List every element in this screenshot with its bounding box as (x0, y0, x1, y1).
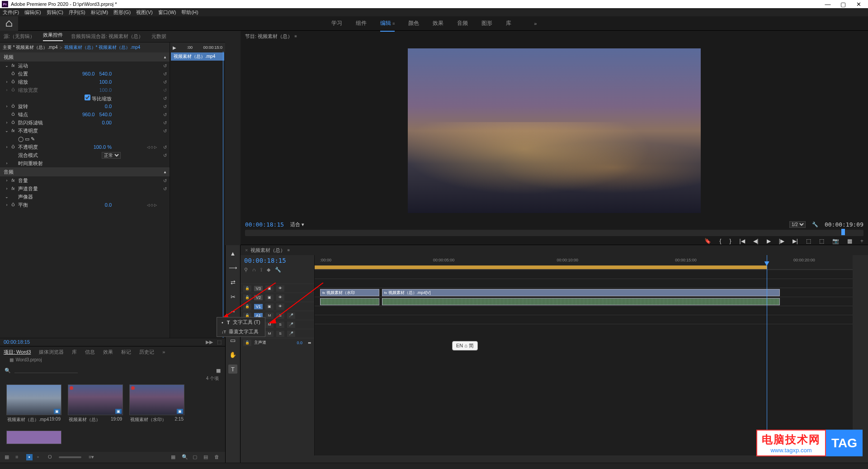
prop-opacity[interactable]: ›Ö不透明度100.0 %◁ ◇ ▷↺ (0, 143, 170, 151)
project-search[interactable] (14, 368, 78, 373)
menu-clip[interactable]: 剪辑(C) (47, 9, 63, 16)
razor-tool[interactable]: ✂ (228, 292, 237, 301)
freeform-icon[interactable]: ▫ (37, 454, 43, 460)
track-area-master[interactable] (315, 324, 853, 333)
add-marker-button[interactable]: 🔖 (704, 238, 711, 244)
fx-channel-volume[interactable]: ›fx声道音量↺ (0, 185, 170, 193)
type-tool[interactable]: T (228, 365, 237, 374)
track-area-v1[interactable]: fx 视频素材（水印 fx 视频素材（总）.mp4[V] (315, 288, 853, 297)
track-area-a3[interactable] (315, 315, 853, 324)
marker-icon-tool[interactable]: ⟟ (260, 267, 262, 273)
go-to-out-button[interactable]: ▶| (793, 238, 798, 244)
fx-opacity[interactable]: ⌄fx不透明度↺ (0, 127, 170, 135)
fx-volume[interactable]: ›fx音量↺ (0, 176, 170, 185)
list-view-icon[interactable]: ≡ (15, 454, 22, 460)
button-editor[interactable]: + (860, 238, 863, 244)
tab-audio-mixer[interactable]: 音频剪辑混合器: 视频素材（总） (71, 33, 143, 40)
go-to-in-button[interactable]: |◀ (739, 238, 745, 244)
timeline-footer[interactable] (241, 455, 868, 463)
sequence-name[interactable]: 视频素材（总） (250, 247, 285, 254)
uniform-scale-checkbox[interactable] (85, 95, 90, 100)
workspace-more[interactable]: » (534, 21, 537, 26)
menu-graphics[interactable]: 图形(G) (113, 9, 131, 16)
tab-more[interactable]: » (162, 349, 165, 355)
menu-sequence[interactable]: 序列(S) (69, 9, 85, 16)
track-area-v3[interactable] (315, 270, 853, 279)
workspace-libraries[interactable]: 库 (506, 19, 511, 27)
workspace-graphics[interactable]: 图形 (481, 19, 492, 27)
selection-tool[interactable]: ▲ (228, 249, 237, 258)
workspace-effects[interactable]: 效果 (433, 19, 443, 27)
prop-scale[interactable]: ›Ö缩放100.0↺ (0, 78, 170, 86)
lift-button[interactable]: ⬚ (806, 238, 811, 244)
export-frame-button[interactable]: 📷 (832, 238, 839, 244)
menu-help[interactable]: 帮助(H) (181, 9, 198, 16)
compare-button[interactable]: ▦ (847, 238, 852, 244)
prop-rotation[interactable]: ›Ö旋转0.0↺ (0, 102, 170, 110)
new-bin-icon[interactable]: ▢ (193, 454, 199, 460)
program-zoom[interactable]: 1/2 (789, 221, 806, 228)
workspace-color[interactable]: 颜色 (408, 19, 419, 27)
slip-tool[interactable]: ↔ (228, 307, 237, 316)
prop-blend-mode[interactable]: 混合模式正常↺ (0, 151, 170, 159)
track-v2[interactable]: 🔒V2▣👁 (241, 293, 314, 302)
minimize-button[interactable]: — (820, 1, 835, 8)
menu-file[interactable]: 文件(F) (3, 9, 19, 16)
program-timecode-left[interactable]: 00:00:18:15 (245, 221, 284, 228)
icon-view-icon[interactable]: ▪ (26, 454, 33, 460)
prop-balance[interactable]: ›Ö平衡0.0◁ ◇ ▷ (0, 201, 170, 209)
prop-uniform-scale[interactable]: 等比缩放↺ (0, 94, 170, 102)
mark-in-button[interactable]: { (719, 238, 721, 244)
linked-selection-icon[interactable]: ∩ (252, 267, 256, 273)
sort-icon[interactable]: O (48, 454, 54, 460)
timeline-ruler[interactable]: :00:00 00:00:05:00 00:00:10:00 00:00:15:… (315, 255, 853, 270)
auto-seq-icon[interactable]: ▦ (171, 454, 177, 460)
tab-metadata[interactable]: 元数据 (151, 33, 166, 40)
mark-out-button[interactable]: } (729, 238, 731, 244)
track-master[interactable]: 🔒主声道0.0⬌ (241, 338, 314, 347)
prop-position[interactable]: Ö位置960.0540.0↺ (0, 70, 170, 78)
flyout-vertical-type-tool[interactable]: ↓T 垂直文字工具 (217, 327, 265, 336)
workspace-assembly[interactable]: 组件 (356, 19, 367, 27)
menu-markers[interactable]: 标记(M) (91, 9, 108, 16)
program-scrubber[interactable] (245, 230, 863, 236)
sort-menu[interactable]: ≡▾ (89, 454, 95, 460)
track-area-a2[interactable] (315, 306, 853, 315)
tab-effect-controls[interactable]: 效果控件 (43, 32, 63, 41)
tab-source[interactable]: 源:（无剪辑） (4, 33, 35, 40)
zoom-slider[interactable] (59, 456, 81, 458)
close-button[interactable]: ✕ (851, 1, 866, 8)
hand-tool[interactable]: ✋ (228, 350, 237, 359)
bin-item[interactable]: ▣ 视频素材（总）.mp419:09 (6, 384, 61, 424)
home-button[interactable] (0, 16, 18, 31)
tab-media-browser[interactable]: 媒体浏览器 (39, 349, 64, 355)
step-forward-button[interactable]: |▶ (779, 238, 784, 244)
bin-item[interactable]: ▣ 视频素材（总）19:09 (68, 384, 123, 424)
play-button[interactable]: ▶ (767, 238, 771, 244)
program-video-area[interactable] (241, 42, 868, 219)
workspace-audio[interactable]: 音频 (457, 19, 468, 27)
track-area-v2[interactable] (315, 279, 853, 288)
tab-history[interactable]: 历史记 (139, 349, 154, 355)
menu-view[interactable]: 视图(V) (136, 9, 153, 16)
snap-icon[interactable]: ⚲ (244, 267, 248, 273)
menu-edit[interactable]: 编辑(E) (24, 9, 41, 16)
fx-motion[interactable]: ⌄fx运动↺ (0, 62, 170, 70)
fx-timeremap[interactable]: ›时间重映射 (0, 159, 170, 167)
tab-libraries[interactable]: 库 (72, 349, 77, 355)
track-v3[interactable]: 🔒V3▣👁 (241, 284, 314, 293)
track-select-tool[interactable]: ⟶ (228, 263, 237, 272)
flyout-type-tool[interactable]: T 文字工具 (T) (217, 317, 265, 327)
maximize-button[interactable]: ▢ (835, 1, 851, 8)
new-item-icon[interactable]: ▤ (203, 454, 210, 460)
blend-mode-select[interactable]: 正常 (102, 152, 121, 159)
ec-timeline[interactable]: ▶:0000:00:15:0 视频素材（总）.mp4 (170, 43, 225, 338)
ec-playhead[interactable] (223, 52, 223, 338)
prop-antiflicker[interactable]: ›Ö防闪烁滤镜0.00↺ (0, 118, 170, 127)
tab-project[interactable]: 项目: Word3 (4, 349, 31, 355)
track-v1[interactable]: 🔒V1▣👁 (241, 302, 314, 311)
filmstrip-icon[interactable]: ▦ (5, 454, 11, 460)
timeline-timecode[interactable]: 00:00:18:15 (241, 255, 314, 266)
extract-button[interactable]: ⬚ (819, 238, 824, 244)
workspace-learn[interactable]: 学习 (331, 19, 342, 27)
